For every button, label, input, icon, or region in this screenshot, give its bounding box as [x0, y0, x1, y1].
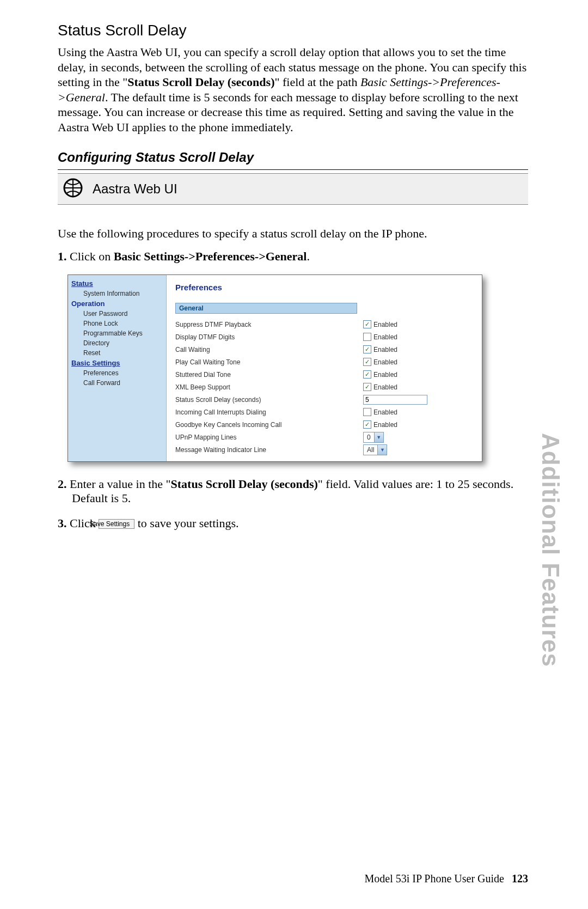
configuring-subhead: Configuring Status Scroll Delay — [58, 150, 528, 165]
step-2: 2. Enter a value in the "Status Scroll D… — [58, 477, 528, 505]
chevron-down-icon[interactable]: ▼ — [377, 445, 387, 455]
step-3: 3. Click Save Settings to save your sett… — [58, 516, 528, 530]
step-2-bold: Status Scroll Delay (seconds) — [171, 477, 318, 491]
checkbox-label: Enabled — [373, 421, 397, 429]
checkbox[interactable] — [363, 345, 371, 353]
step-3-post: to save your settings. — [134, 516, 238, 530]
pref-row-label: Call Waiting — [175, 346, 363, 353]
intro-paragraph: Using the Aastra Web UI, you can specify… — [58, 45, 528, 135]
step-1-pre: Click on — [67, 249, 114, 263]
pref-row: Message Waiting Indicator LineAll▼ — [175, 443, 473, 456]
pref-row-label: Message Waiting Indicator Line — [175, 446, 363, 454]
nav-basic-settings-header[interactable]: Basic Settings — [68, 358, 166, 368]
pref-row: Display DTMF DigitsEnabled — [175, 331, 473, 343]
checkbox-label: Enabled — [373, 321, 397, 328]
section-title: Status Scroll Delay — [58, 22, 528, 39]
pref-row: Goodbye Key Cancels Incoming CallEnabled — [175, 418, 473, 431]
pref-row: Incoming Call Interrupts DialingEnabled — [175, 406, 473, 418]
checkbox-label: Enabled — [373, 371, 397, 379]
checkbox[interactable] — [363, 408, 371, 416]
nav-user-password[interactable]: User Password — [68, 309, 166, 319]
nav-call-forward[interactable]: Call Forward — [68, 378, 166, 388]
side-tab-label: Additional Features — [537, 433, 564, 667]
pref-row: Status Scroll Delay (seconds) — [175, 393, 473, 406]
pref-row: Call WaitingEnabled — [175, 343, 473, 356]
pref-row-label: XML Beep Support — [175, 383, 363, 391]
checkbox[interactable] — [363, 320, 371, 328]
instruction-text: Use the following procedures to specify … — [58, 227, 528, 241]
step-1-bold: Basic Settings->Preferences->General — [114, 249, 307, 263]
webui-label: Aastra Web UI — [93, 181, 177, 197]
pref-row: XML Beep SupportEnabled — [175, 381, 473, 393]
select-value: All — [364, 446, 377, 454]
intro-text-3: . The default time is 5 seconds for each… — [58, 90, 518, 134]
footer: Model 53i IP Phone User Guide123 — [365, 873, 528, 885]
chevron-down-icon[interactable]: ▼ — [374, 432, 383, 442]
select-box[interactable]: All▼ — [363, 444, 387, 455]
nav-sidebar: Status System Information Operation User… — [68, 275, 167, 461]
nav-reset[interactable]: Reset — [68, 348, 166, 358]
nav-directory[interactable]: Directory — [68, 338, 166, 348]
checkbox-label: Enabled — [373, 408, 397, 416]
step-1-post: . — [307, 249, 310, 263]
pref-row-label: Display DTMF Digits — [175, 333, 363, 341]
nav-programmable-keys[interactable]: Programmable Keys — [68, 328, 166, 338]
pref-row-label: Stuttered Dial Tone — [175, 371, 363, 379]
pref-row: Stuttered Dial ToneEnabled — [175, 368, 473, 381]
checkbox[interactable] — [363, 383, 371, 391]
step-2-pre: Enter a value in the " — [67, 477, 171, 491]
select-box[interactable]: 0▼ — [363, 432, 384, 443]
intro-text-2: " field at the path — [274, 75, 360, 89]
checkbox[interactable] — [363, 370, 371, 379]
select-value: 0 — [364, 434, 374, 441]
pref-row: Play Call Waiting ToneEnabled — [175, 356, 473, 368]
checkbox[interactable] — [363, 333, 371, 341]
nav-phone-lock[interactable]: Phone Lock — [68, 319, 166, 328]
nav-status-header[interactable]: Status — [68, 278, 166, 289]
pref-row: UPnP Mapping Lines0▼ — [175, 431, 473, 443]
general-section-bar: General — [175, 303, 357, 314]
preferences-title: Preferences — [175, 283, 473, 292]
text-input[interactable] — [363, 395, 427, 405]
divider — [58, 169, 528, 170]
footer-text: Model 53i IP Phone User Guide — [365, 873, 504, 884]
nav-preferences[interactable]: Preferences — [68, 368, 166, 378]
preferences-screenshot: Status System Information Operation User… — [68, 274, 482, 462]
pref-row-label: Play Call Waiting Tone — [175, 358, 363, 366]
pref-row: Suppress DTMF PlaybackEnabled — [175, 318, 473, 331]
field-name-bold: Status Scroll Delay (seconds) — [127, 75, 274, 89]
nav-system-information[interactable]: System Information — [68, 289, 166, 298]
checkbox-label: Enabled — [373, 333, 397, 341]
pref-row-label: Suppress DTMF Playback — [175, 321, 363, 328]
checkbox-label: Enabled — [373, 383, 397, 391]
step-1-number: 1. — [58, 249, 67, 263]
checkbox-label: Enabled — [373, 358, 397, 366]
page-number: 123 — [512, 873, 528, 884]
save-settings-button[interactable]: Save Settings — [99, 519, 134, 529]
pref-row-label: Goodbye Key Cancels Incoming Call — [175, 421, 363, 429]
step-3-number: 3. — [58, 516, 67, 530]
pref-row-label: UPnP Mapping Lines — [175, 434, 363, 441]
nav-operation-header: Operation — [68, 298, 166, 309]
pref-row-label: Status Scroll Delay (seconds) — [175, 396, 363, 404]
step-2-number: 2. — [58, 477, 67, 491]
step-1: 1. Click on Basic Settings->Preferences-… — [58, 249, 528, 264]
preferences-panel: Preferences General Suppress DTMF Playba… — [167, 275, 482, 461]
globe-icon — [63, 178, 83, 200]
checkbox-label: Enabled — [373, 346, 397, 353]
checkbox[interactable] — [363, 420, 371, 429]
checkbox[interactable] — [363, 358, 371, 366]
webui-header-bar: Aastra Web UI — [58, 173, 528, 205]
pref-row-label: Incoming Call Interrupts Dialing — [175, 408, 363, 416]
